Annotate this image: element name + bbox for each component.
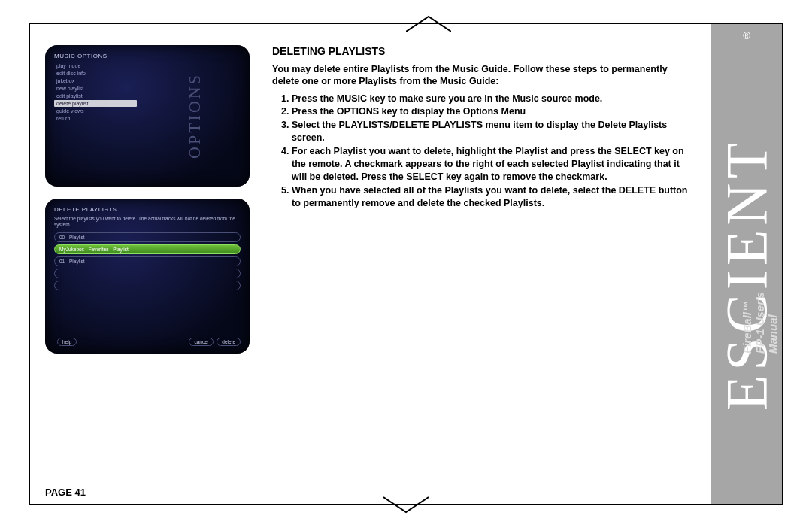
manual-label: FireBall™ FP-1 User's Manual [741,286,779,354]
brand-panel: ® ESCIENT FireBall™ FP-1 User's Manual [711,24,782,504]
options-side-label: OPTIONS [185,73,205,159]
step-item: For each Playlist you want to delete, hi… [292,145,696,184]
playlist-row[interactable] [54,269,241,278]
options-menu-item[interactable]: edit disc info [54,70,137,77]
page-number: PAGE 41 [45,487,86,498]
steps-list: Press the MUSIC key to make sure you are… [272,93,696,210]
options-menu-item[interactable]: return [54,115,137,122]
playlist-row[interactable]: 00 - Playlist [54,232,241,242]
cancel-button[interactable]: cancel [189,338,214,346]
help-button[interactable]: help [57,338,77,346]
screenshots-column: MUSIC OPTIONS play modeedit disc infojuk… [45,45,263,366]
step-item: Press the OPTIONS key to display the Opt… [292,105,696,118]
options-menu-item[interactable]: new playlist [54,85,137,92]
intro-paragraph: You may delete entire Playlists from the… [272,63,696,88]
delete-screen-header: DELETE PLAYLISTS [54,206,241,213]
section-title: DELETING PLAYLISTS [272,45,696,57]
options-screen-header: MUSIC OPTIONS [54,53,241,59]
registered-mark: ® [743,30,750,41]
page-frame: ® ESCIENT FireBall™ FP-1 User's Manual M… [29,23,783,505]
options-screen: MUSIC OPTIONS play modeedit disc infojuk… [45,45,250,187]
brand-name: ESCIENT [711,45,782,504]
playlist-row[interactable]: 01 - Playlist [54,256,241,266]
delete-button[interactable]: delete [217,338,241,346]
step-item: When you have selected all of the Playli… [292,184,696,210]
playlist-row[interactable] [54,281,241,290]
playlist-row[interactable]: MyJukebox - Favorites - Playlist [54,244,241,254]
step-item: Press the MUSIC key to make sure you are… [292,93,696,105]
options-menu-item[interactable]: guide views [54,108,137,114]
content-area: MUSIC OPTIONS play modeedit disc infojuk… [30,24,711,504]
delete-playlists-screen: DELETE PLAYLISTS Select the playlists yo… [45,199,250,354]
options-menu-item[interactable]: play mode [54,62,137,69]
step-item: Select the PLAYLISTS/DELETE PLAYLISTS me… [292,119,696,144]
options-menu-item[interactable]: edit playlist [54,93,137,99]
instructions-column: DELETING PLAYLISTS You may delete entire… [263,45,696,366]
delete-screen-subtitle: Select the playlists you want to delete.… [54,216,241,228]
options-menu-item[interactable]: jukebox [54,77,137,84]
options-menu-item[interactable]: delete playlist [54,100,137,107]
